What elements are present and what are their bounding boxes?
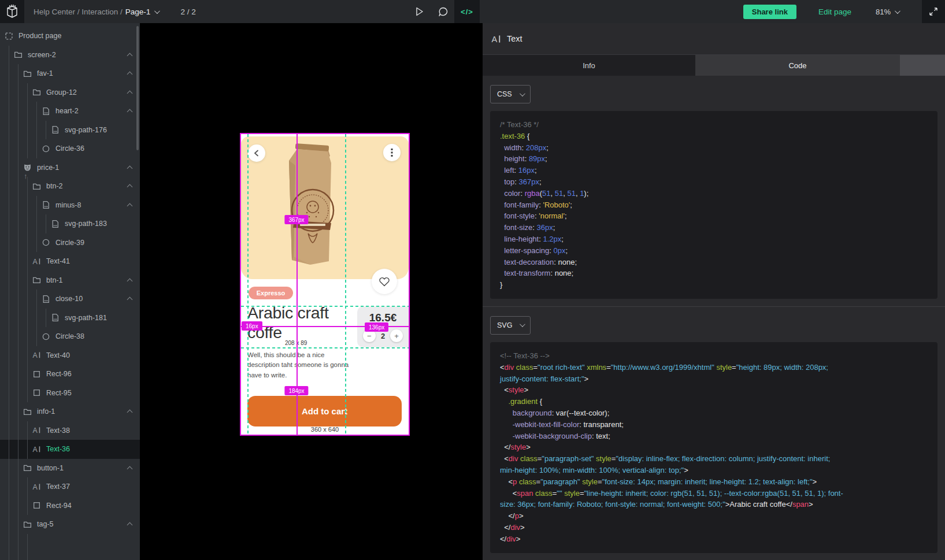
tab-code[interactable]: Code — [695, 55, 900, 76]
layer-item-minus-8[interactable]: minus-8 — [0, 196, 140, 215]
layer-item-circle-36[interactable]: Circle-36 — [0, 139, 140, 158]
tree-indent-guide — [18, 534, 18, 560]
layer-item-tag-5[interactable]: tag-5 — [0, 515, 140, 534]
artboard-product-page[interactable]: Expresso Arabic craft coffe 208 x 89 16.… — [241, 134, 409, 435]
tab-info[interactable]: Info — [483, 55, 695, 76]
layer-label: Text-40 — [46, 351, 70, 359]
layer-item-heart-2[interactable]: heart-2 — [0, 102, 140, 121]
tree-indent-guide — [9, 271, 9, 290]
increase-quantity-button[interactable]: + — [390, 329, 403, 342]
tree-indent-guide — [18, 290, 18, 309]
layer-item-fav-1[interactable]: fav-1 — [0, 64, 140, 83]
tree-indent-guide — [36, 290, 37, 309]
share-link-button[interactable]: Share link — [743, 5, 796, 19]
layer-item-product-page[interactable]: Product page — [0, 27, 140, 46]
chevron-up-icon[interactable] — [127, 72, 133, 77]
svg-format-dropdown[interactable]: SVG — [490, 316, 531, 335]
back-button[interactable] — [248, 144, 265, 162]
layer-item-group-12[interactable]: Group-12 — [0, 83, 140, 102]
layer-tree: Product pagescreen-2fav-1Group-12heart-2… — [0, 23, 140, 560]
comment-button[interactable] — [431, 0, 454, 23]
layer-item-close-10[interactable]: close-10 — [0, 290, 140, 309]
tree-indent-guide — [9, 177, 9, 196]
tree-indent-guide — [9, 384, 9, 403]
code-line: </div> — [500, 533, 928, 545]
css-code-block: /* Text-36 */.text-36 { width: 208px; he… — [490, 111, 937, 299]
chevron-down-icon — [895, 8, 900, 14]
tree-indent-guide — [9, 477, 9, 496]
chevron-up-icon[interactable] — [127, 203, 133, 209]
sidebar-scrollbar[interactable] — [136, 26, 139, 150]
tree-indent-guide — [27, 384, 28, 403]
tree-indent-guide — [9, 309, 9, 328]
tree-indent-guide — [9, 290, 9, 309]
add-to-cart-button[interactable]: Add to cart — [247, 396, 402, 427]
more-options-button[interactable] — [383, 144, 401, 161]
layer-item-btn-1[interactable]: btn-1 — [0, 271, 140, 290]
code-line: <p class="paragraph" style="font-size: 1… — [500, 476, 928, 488]
breadcrumb-current-page[interactable]: Page-1 — [125, 8, 159, 16]
layer-item-circle-39[interactable]: Circle-39 — [0, 233, 140, 253]
favorite-button[interactable] — [372, 269, 397, 294]
rect-icon — [32, 501, 41, 510]
layer-item-svg-path-176[interactable]: svg-path-176 — [0, 121, 140, 140]
mode-toolbar: </> — [408, 0, 480, 23]
chevron-up-icon[interactable] — [127, 53, 133, 58]
layer-item-text-36[interactable]: AText-36 — [0, 440, 140, 459]
code-mode-button[interactable]: </> — [454, 0, 480, 23]
layer-label: Text-38 — [46, 427, 70, 435]
chevron-up-icon[interactable] — [127, 165, 133, 171]
layer-item-screen-2[interactable]: screen-2 — [0, 46, 140, 65]
layer-label: minus-8 — [55, 201, 81, 209]
chevron-up-icon[interactable] — [127, 410, 133, 416]
layer-label: Group-12 — [46, 88, 77, 97]
svg-text:A: A — [33, 483, 38, 491]
folder-icon — [23, 463, 32, 472]
layer-label: btn-2 — [46, 182, 63, 190]
app-logo[interactable] — [0, 0, 24, 23]
inspector-title: Text — [507, 34, 522, 43]
layer-item-text-40[interactable]: AText-40 — [0, 346, 140, 365]
product-description[interactable]: Well, this should be a nice description … — [247, 350, 353, 380]
artboard-size-label: 360 x 640 — [241, 426, 409, 433]
rect-icon — [32, 388, 41, 397]
product-title[interactable]: Arabic craft coffe — [247, 303, 348, 342]
chevron-up-icon[interactable] — [127, 466, 133, 472]
layer-item-rect-95[interactable]: Rect-95 — [0, 384, 140, 403]
code-line: <!-- Text-36 --> — [500, 350, 928, 362]
zoom-level-control[interactable]: 81% — [876, 8, 899, 16]
text-icon: A — [32, 257, 41, 266]
chevron-up-icon[interactable] — [127, 522, 133, 528]
layer-item-rect-96[interactable]: Rect-96 — [0, 365, 140, 384]
chevron-up-icon[interactable] — [127, 184, 133, 190]
layer-label: button-1 — [37, 464, 64, 472]
chevron-up-icon[interactable] — [127, 109, 133, 115]
product-tag[interactable]: Expresso — [249, 287, 293, 299]
product-image-area[interactable] — [241, 136, 409, 279]
layer-item-text-37[interactable]: AText-37 — [0, 477, 140, 496]
layer-item-rect-94[interactable]: Rect-94 — [0, 496, 140, 516]
layer-item-btn-2[interactable]: btn-2 — [0, 177, 140, 196]
fullscreen-button[interactable] — [922, 0, 945, 23]
layer-item-info-1[interactable]: info-1 — [0, 402, 140, 421]
tree-indent-guide — [18, 384, 18, 403]
play-button[interactable] — [408, 0, 431, 23]
tree-indent-guide — [9, 158, 9, 177]
layer-item-svg-path-181[interactable]: svg-path-181 — [0, 309, 140, 328]
chevron-up-icon[interactable] — [127, 90, 133, 96]
layer-item-svg-path-183[interactable]: svg-path-183 — [0, 214, 140, 233]
tabbar-endcap — [900, 55, 945, 76]
breadcrumb-prefix[interactable]: Help Center / Interaction / — [34, 8, 123, 16]
tree-indent-guide — [27, 271, 28, 290]
layer-item-button-1[interactable]: button-1 — [0, 459, 140, 478]
chevron-up-icon[interactable] — [127, 278, 133, 284]
layer-item-price-1[interactable]: price-1↑ — [0, 158, 140, 177]
layer-item-text-41[interactable]: AText-41 — [0, 252, 140, 271]
edit-page-link[interactable]: Edit page — [818, 8, 851, 16]
layer-item-text-38[interactable]: AText-38 — [0, 421, 140, 440]
svg-text:A: A — [33, 446, 38, 454]
design-canvas[interactable]: Expresso Arabic craft coffe 208 x 89 16.… — [140, 23, 483, 560]
css-format-dropdown[interactable]: CSS — [490, 85, 531, 103]
chevron-up-icon[interactable] — [127, 297, 133, 303]
layer-item-circle-38[interactable]: Circle-38 — [0, 327, 140, 346]
